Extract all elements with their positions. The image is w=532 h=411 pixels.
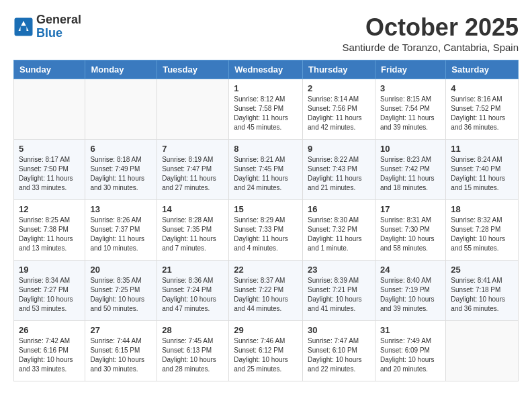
day-number: 8 <box>234 144 298 154</box>
calendar-week-row: 1Sunrise: 8:12 AM Sunset: 7:58 PM Daylig… <box>14 79 519 140</box>
calendar-cell: 30Sunrise: 7:47 AM Sunset: 6:10 PM Dayli… <box>303 321 375 381</box>
day-info: Sunrise: 7:44 AM Sunset: 6:15 PM Dayligh… <box>90 336 152 374</box>
day-number: 15 <box>234 204 298 214</box>
logo: General Blue <box>13 13 81 40</box>
day-info: Sunrise: 8:36 AM Sunset: 7:24 PM Dayligh… <box>162 276 224 314</box>
day-number: 10 <box>380 144 441 154</box>
location-subtitle: Santiurde de Toranzo, Cantabria, Spain <box>343 42 519 53</box>
calendar-cell: 16Sunrise: 8:30 AM Sunset: 7:32 PM Dayli… <box>303 200 375 261</box>
day-number: 19 <box>19 265 80 275</box>
day-number: 25 <box>451 265 513 275</box>
day-number: 5 <box>19 144 80 154</box>
day-number: 23 <box>308 265 370 275</box>
day-info: Sunrise: 8:34 AM Sunset: 7:27 PM Dayligh… <box>19 276 80 314</box>
calendar-cell: 6Sunrise: 8:18 AM Sunset: 7:49 PM Daylig… <box>85 140 157 200</box>
day-info: Sunrise: 8:14 AM Sunset: 7:56 PM Dayligh… <box>308 95 370 132</box>
weekday-header-sunday: Sunday <box>14 60 85 79</box>
calendar-cell: 17Sunrise: 8:31 AM Sunset: 7:30 PM Dayli… <box>375 200 445 261</box>
day-number: 11 <box>451 144 513 154</box>
day-number: 28 <box>162 325 224 335</box>
calendar-cell: 24Sunrise: 8:40 AM Sunset: 7:19 PM Dayli… <box>375 261 445 321</box>
day-info: Sunrise: 8:22 AM Sunset: 7:43 PM Dayligh… <box>308 155 370 193</box>
calendar-cell: 2Sunrise: 8:14 AM Sunset: 7:56 PM Daylig… <box>303 79 375 140</box>
calendar-cell: 25Sunrise: 8:41 AM Sunset: 7:18 PM Dayli… <box>446 261 519 321</box>
weekday-header-monday: Monday <box>85 60 157 79</box>
day-info: Sunrise: 8:17 AM Sunset: 7:50 PM Dayligh… <box>19 155 80 193</box>
day-info: Sunrise: 8:18 AM Sunset: 7:49 PM Dayligh… <box>90 155 152 193</box>
day-number: 9 <box>308 144 370 154</box>
month-title: October 2025 <box>343 13 519 42</box>
weekday-header-saturday: Saturday <box>446 60 519 79</box>
day-number: 7 <box>162 144 224 154</box>
day-info: Sunrise: 8:24 AM Sunset: 7:40 PM Dayligh… <box>451 155 513 193</box>
calendar-cell: 18Sunrise: 8:32 AM Sunset: 7:28 PM Dayli… <box>446 200 519 261</box>
logo-blue: Blue <box>36 27 81 40</box>
logo-general: General <box>36 13 81 27</box>
day-info: Sunrise: 8:12 AM Sunset: 7:58 PM Dayligh… <box>234 95 298 132</box>
logo-icon <box>13 17 34 37</box>
day-info: Sunrise: 8:19 AM Sunset: 7:47 PM Dayligh… <box>162 155 224 193</box>
calendar-cell: 23Sunrise: 8:39 AM Sunset: 7:21 PM Dayli… <box>303 261 375 321</box>
day-number: 20 <box>90 265 152 275</box>
day-number: 26 <box>19 325 80 335</box>
day-number: 4 <box>451 83 513 93</box>
calendar-cell: 26Sunrise: 7:42 AM Sunset: 6:16 PM Dayli… <box>14 321 85 381</box>
calendar-cell: 4Sunrise: 8:16 AM Sunset: 7:52 PM Daylig… <box>446 79 519 140</box>
day-info: Sunrise: 7:45 AM Sunset: 6:13 PM Dayligh… <box>162 336 224 374</box>
calendar-cell <box>14 79 85 140</box>
day-info: Sunrise: 8:23 AM Sunset: 7:42 PM Dayligh… <box>380 155 441 193</box>
day-number: 14 <box>162 204 224 214</box>
calendar-cell: 14Sunrise: 8:28 AM Sunset: 7:35 PM Dayli… <box>157 200 229 261</box>
logo-text: General Blue <box>36 13 81 40</box>
day-number: 6 <box>90 144 152 154</box>
day-number: 16 <box>308 204 370 214</box>
calendar-cell: 10Sunrise: 8:23 AM Sunset: 7:42 PM Dayli… <box>375 140 445 200</box>
day-number: 12 <box>19 204 80 214</box>
calendar-week-row: 26Sunrise: 7:42 AM Sunset: 6:16 PM Dayli… <box>14 321 519 381</box>
day-info: Sunrise: 8:30 AM Sunset: 7:32 PM Dayligh… <box>308 216 370 253</box>
day-number: 21 <box>162 265 224 275</box>
day-number: 31 <box>380 325 441 335</box>
calendar-cell: 31Sunrise: 7:49 AM Sunset: 6:09 PM Dayli… <box>375 321 445 381</box>
day-info: Sunrise: 8:28 AM Sunset: 7:35 PM Dayligh… <box>162 216 224 253</box>
calendar-cell: 8Sunrise: 8:21 AM Sunset: 7:45 PM Daylig… <box>229 140 303 200</box>
svg-rect-2 <box>21 26 27 31</box>
day-number: 29 <box>234 325 298 335</box>
day-number: 18 <box>451 204 513 214</box>
calendar-header-row: SundayMondayTuesdayWednesdayThursdayFrid… <box>14 60 519 79</box>
calendar-cell: 29Sunrise: 7:46 AM Sunset: 6:12 PM Dayli… <box>229 321 303 381</box>
day-info: Sunrise: 8:32 AM Sunset: 7:28 PM Dayligh… <box>451 216 513 253</box>
title-block: October 2025 Santiurde de Toranzo, Canta… <box>343 13 519 53</box>
calendar-cell: 13Sunrise: 8:26 AM Sunset: 7:37 PM Dayli… <box>85 200 157 261</box>
day-info: Sunrise: 8:41 AM Sunset: 7:18 PM Dayligh… <box>451 276 513 314</box>
day-info: Sunrise: 8:25 AM Sunset: 7:38 PM Dayligh… <box>19 216 80 253</box>
calendar-cell: 11Sunrise: 8:24 AM Sunset: 7:40 PM Dayli… <box>446 140 519 200</box>
calendar-cell: 12Sunrise: 8:25 AM Sunset: 7:38 PM Dayli… <box>14 200 85 261</box>
calendar-cell: 21Sunrise: 8:36 AM Sunset: 7:24 PM Dayli… <box>157 261 229 321</box>
day-number: 27 <box>90 325 152 335</box>
calendar-cell <box>157 79 229 140</box>
calendar-cell <box>446 321 519 381</box>
calendar-cell: 20Sunrise: 8:35 AM Sunset: 7:25 PM Dayli… <box>85 261 157 321</box>
weekday-header-tuesday: Tuesday <box>157 60 229 79</box>
calendar-cell: 27Sunrise: 7:44 AM Sunset: 6:15 PM Dayli… <box>85 321 157 381</box>
day-info: Sunrise: 8:15 AM Sunset: 7:54 PM Dayligh… <box>380 95 441 132</box>
day-number: 22 <box>234 265 298 275</box>
calendar-cell: 7Sunrise: 8:19 AM Sunset: 7:47 PM Daylig… <box>157 140 229 200</box>
calendar-week-row: 5Sunrise: 8:17 AM Sunset: 7:50 PM Daylig… <box>14 140 519 200</box>
day-number: 17 <box>380 204 441 214</box>
calendar-cell: 3Sunrise: 8:15 AM Sunset: 7:54 PM Daylig… <box>375 79 445 140</box>
calendar-cell: 1Sunrise: 8:12 AM Sunset: 7:58 PM Daylig… <box>229 79 303 140</box>
calendar-table: SundayMondayTuesdayWednesdayThursdayFrid… <box>13 60 519 381</box>
day-info: Sunrise: 7:46 AM Sunset: 6:12 PM Dayligh… <box>234 336 298 374</box>
calendar-week-row: 19Sunrise: 8:34 AM Sunset: 7:27 PM Dayli… <box>14 261 519 321</box>
day-number: 13 <box>90 204 152 214</box>
calendar-cell: 19Sunrise: 8:34 AM Sunset: 7:27 PM Dayli… <box>14 261 85 321</box>
weekday-header-friday: Friday <box>375 60 445 79</box>
calendar-cell: 9Sunrise: 8:22 AM Sunset: 7:43 PM Daylig… <box>303 140 375 200</box>
calendar-cell <box>85 79 157 140</box>
day-number: 24 <box>380 265 441 275</box>
day-info: Sunrise: 8:37 AM Sunset: 7:22 PM Dayligh… <box>234 276 298 314</box>
page-header: General Blue October 2025 Santiurde de T… <box>13 13 519 53</box>
day-info: Sunrise: 8:21 AM Sunset: 7:45 PM Dayligh… <box>234 155 298 193</box>
